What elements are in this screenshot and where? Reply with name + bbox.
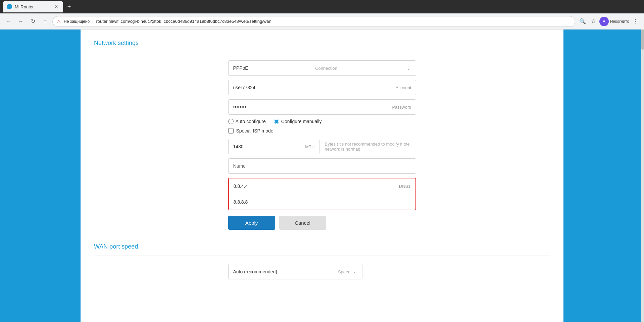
toolbar-icons: 🔍 ☆ A Инкогнито ⋮ — [578, 17, 640, 26]
dns2-row — [229, 194, 415, 210]
wan-speed-label: Speed — [338, 269, 351, 274]
name-field-group — [228, 158, 416, 174]
dns1-row: DNS1 — [229, 178, 415, 194]
browser-chrome: Mi Router ✕ + — [0, 0, 644, 13]
incognito-label: Инкогнито — [610, 19, 629, 24]
bookmark-icon[interactable]: ☆ — [589, 17, 598, 26]
network-settings-section: Network settings PPPoE Connection ⌄ Acco… — [94, 40, 550, 230]
content-area: Network settings PPPoE Connection ⌄ Acco… — [81, 30, 563, 322]
back-button[interactable]: ← — [4, 17, 13, 26]
mtu-input-wrap: MTU — [228, 139, 319, 154]
connection-dropdown[interactable]: PPPoE Connection ⌄ — [228, 60, 416, 76]
special-isp-checkbox[interactable] — [228, 128, 234, 133]
browser-tab[interactable]: Mi Router ✕ — [3, 1, 63, 12]
mtu-hint: Bytes (It's not recommended to modify if… — [325, 142, 416, 152]
password-input[interactable] — [228, 99, 416, 115]
url-separator: | — [92, 19, 93, 24]
tab-close-button[interactable]: ✕ — [54, 4, 59, 9]
home-button[interactable]: ⌂ — [40, 17, 50, 26]
mtu-field-group: MTU — [228, 139, 319, 154]
tab-bar: Mi Router ✕ + — [3, 0, 74, 13]
button-row: Apply Cancel — [228, 216, 416, 230]
special-isp-group: Special ISP mode — [228, 128, 416, 133]
wan-speed-dropdown[interactable]: Auto (recommended) Speed ⌄ — [228, 264, 362, 279]
tab-title: Mi Router — [15, 4, 34, 9]
address-bar[interactable]: ⚠ Не защищено | router.miwifi.com/cgi-bi… — [52, 16, 575, 27]
account-field-group: Account — [228, 80, 416, 95]
wan-speed-value: Auto (recommended) — [233, 269, 278, 274]
configure-manually-label: Configure manually — [281, 119, 322, 124]
left-sidebar — [0, 30, 81, 322]
apply-button[interactable]: Apply — [228, 216, 275, 230]
auto-configure-label: Auto configure — [236, 119, 266, 124]
configure-manually-radio[interactable] — [274, 119, 279, 124]
dns2-input[interactable] — [229, 194, 415, 210]
section-divider — [94, 52, 550, 52]
profile-icon[interactable]: A — [599, 17, 609, 26]
network-settings-title: Network settings — [94, 40, 550, 47]
mtu-input[interactable] — [228, 139, 319, 154]
wan-section-divider — [94, 256, 550, 256]
main-layout: Network settings PPPoE Connection ⌄ Acco… — [0, 30, 644, 322]
account-input[interactable] — [228, 80, 416, 95]
auto-configure-radio-label[interactable]: Auto configure — [228, 119, 266, 124]
dropdown-arrow-icon: ⌄ — [407, 65, 411, 71]
connection-label: Connection — [315, 66, 337, 71]
search-icon[interactable]: 🔍 — [578, 17, 587, 26]
dns-box: DNS1 — [228, 178, 416, 210]
auto-configure-radio[interactable] — [228, 119, 234, 124]
new-tab-button[interactable]: + — [64, 2, 74, 11]
configure-manually-radio-label[interactable]: Configure manually — [274, 119, 322, 124]
url-text: router.miwifi.com/cgi-bin/luci/;stok=cbc… — [96, 19, 271, 24]
password-field-group: Password — [228, 99, 416, 115]
scrollbar-thumb[interactable] — [641, 30, 644, 50]
security-warning-icon: ⚠ — [57, 19, 61, 24]
scrollbar-track — [641, 30, 644, 322]
configure-radio-group: Auto configure Configure manually — [228, 119, 416, 124]
menu-icon[interactable]: ⋮ — [631, 17, 640, 26]
wan-dropdown-arrow-icon: ⌄ — [353, 269, 357, 274]
wan-port-speed-section: WAN port speed Auto (recommended) Speed … — [94, 243, 550, 279]
wan-speed-right: Speed ⌄ — [338, 269, 357, 274]
reload-button[interactable]: ↻ — [28, 17, 38, 26]
not-secure-label: Не защищено — [64, 19, 90, 24]
tab-favicon — [7, 4, 12, 9]
wan-port-speed-title: WAN port speed — [94, 243, 550, 250]
mtu-row: MTU Bytes (It's not recommended to modif… — [228, 139, 416, 154]
dns1-input[interactable] — [229, 178, 415, 194]
forward-button[interactable]: → — [16, 17, 26, 26]
form-container: PPPoE Connection ⌄ Account Password — [228, 60, 416, 230]
right-panel — [563, 30, 644, 322]
address-bar-row: ← → ↻ ⌂ ⚠ Не защищено | router.miwifi.co… — [0, 13, 644, 30]
special-isp-label: Special ISP mode — [236, 128, 274, 133]
cancel-button[interactable]: Cancel — [279, 216, 326, 230]
name-input[interactable] — [228, 158, 416, 174]
connection-value: PPPoE — [233, 65, 248, 71]
wan-form-container: Auto (recommended) Speed ⌄ — [228, 264, 416, 279]
